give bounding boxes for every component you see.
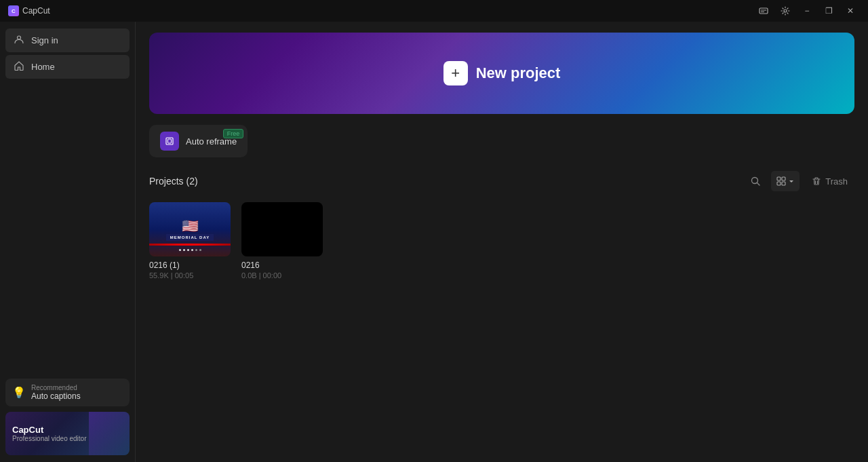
- project-name-1: 0216: [241, 261, 323, 270]
- svg-rect-6: [168, 139, 172, 143]
- svg-point-4: [18, 36, 21, 39]
- maximize-button[interactable]: ❐: [819, 4, 838, 18]
- home-icon: [14, 60, 24, 73]
- project-thumbnail-black: [241, 202, 323, 256]
- project-card-memorial[interactable]: 🇺🇸 MEMORIAL DAY: [149, 202, 231, 280]
- project-name-0: 0216 (1): [149, 261, 231, 270]
- main-layout: Sign in Home 💡 Recommended Auto captions…: [0, 22, 868, 462]
- search-button[interactable]: [745, 171, 766, 191]
- projects-header: Projects (2) Trash: [149, 171, 854, 191]
- sidebar-bottom: 💡 Recommended Auto captions CapCut Profe…: [5, 379, 130, 455]
- rec-text-block: Recommended Auto captions: [31, 384, 81, 401]
- sidebar-item-signin[interactable]: Sign in: [5, 28, 130, 52]
- svg-line-8: [757, 183, 760, 186]
- view-toggle-button[interactable]: [771, 171, 800, 191]
- title-bar-left: C CapCut: [8, 5, 50, 16]
- promo-text: CapCut Professional video editor: [12, 425, 87, 442]
- projects-title: Projects (2): [149, 176, 198, 187]
- title-bar-controls: − ❐ ✕: [754, 4, 860, 18]
- thumb-dot: [199, 249, 201, 251]
- sidebar-item-home[interactable]: Home: [5, 55, 130, 79]
- app-logo: C CapCut: [8, 5, 50, 16]
- close-button[interactable]: ✕: [841, 4, 860, 18]
- projects-toolbar: Trash: [745, 171, 854, 191]
- promo-subtitle: Professional video editor: [12, 435, 87, 442]
- new-project-label: New project: [476, 64, 561, 82]
- reframe-icon: [160, 132, 179, 151]
- title-bar: C CapCut − ❐ ✕: [0, 0, 868, 22]
- thumb-text-block: MEMORIAL DAY: [166, 234, 214, 241]
- svg-rect-12: [782, 182, 785, 185]
- plus-icon: +: [443, 61, 468, 85]
- project-meta-1: 0.0B | 00:00: [241, 271, 323, 280]
- trash-button[interactable]: Trash: [805, 171, 854, 191]
- projects-grid: 🇺🇸 MEMORIAL DAY: [149, 202, 854, 280]
- signin-label: Sign in: [31, 35, 58, 45]
- svg-rect-10: [782, 177, 785, 180]
- thumb-dot: [187, 249, 189, 251]
- thumb-dot: [195, 249, 197, 251]
- minimize-button[interactable]: −: [797, 4, 816, 18]
- promo-deco: [89, 412, 130, 455]
- svg-rect-11: [777, 182, 781, 185]
- rec-title: Auto captions: [31, 391, 81, 401]
- thumb-dot: [183, 249, 185, 251]
- thumb-red-line: [149, 244, 231, 246]
- caption-button[interactable]: [754, 4, 773, 18]
- project-thumbnail-memorial: 🇺🇸 MEMORIAL DAY: [149, 202, 231, 256]
- settings-button[interactable]: [776, 4, 795, 18]
- svg-rect-0: [760, 8, 768, 14]
- capcut-promo[interactable]: CapCut Professional video editor: [5, 412, 130, 455]
- new-project-banner[interactable]: + New project: [149, 33, 854, 114]
- thumb-black-bg: [241, 202, 323, 256]
- content-area: + New project Free Auto reframe Projects…: [136, 22, 868, 462]
- promo-title: CapCut: [12, 425, 87, 435]
- recommended-banner[interactable]: 💡 Recommended Auto captions: [5, 379, 130, 406]
- sidebar: Sign in Home 💡 Recommended Auto captions…: [0, 22, 136, 462]
- svg-rect-9: [777, 177, 781, 180]
- signin-icon: [14, 34, 24, 47]
- thumb-dots: [179, 249, 201, 251]
- home-label: Home: [31, 62, 55, 72]
- thumb-dot: [179, 249, 181, 251]
- thumb-dot: [191, 249, 193, 251]
- trash-label: Trash: [825, 176, 848, 187]
- recommended-icon: 💡: [12, 386, 26, 399]
- flag-icon: 🇺🇸: [182, 218, 199, 234]
- svg-point-3: [784, 9, 787, 12]
- thumb-memorial-bg: 🇺🇸 MEMORIAL DAY: [149, 202, 231, 256]
- auto-reframe-card[interactable]: Free Auto reframe: [149, 125, 248, 157]
- rec-label: Recommended: [31, 384, 81, 391]
- project-card-black[interactable]: 0216 0.0B | 00:00: [241, 202, 323, 280]
- free-badge: Free: [223, 129, 244, 138]
- logo-icon: C: [8, 5, 19, 16]
- project-meta-0: 55.9K | 00:05: [149, 271, 231, 280]
- app-name: CapCut: [22, 6, 50, 16]
